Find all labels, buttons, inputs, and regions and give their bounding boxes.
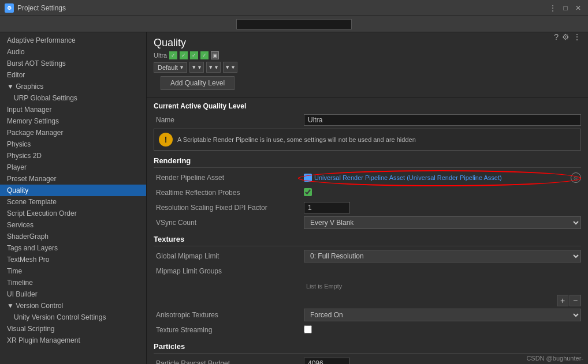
sidebar-item-timeline[interactable]: Timeline (0, 277, 146, 288)
sidebar-item-player[interactable]: Player (0, 162, 146, 173)
sidebar-item-audio[interactable]: Audio (0, 46, 146, 58)
ultra-label: Ultra (154, 52, 167, 59)
vsync-row: VSync Count Every V Blank Don't Sync Eve… (154, 216, 581, 229)
quality-levels-row: Ultra ✓ ✓ ✓ ✓ ▣ (154, 51, 581, 59)
anisotropic-value: Forced On Per Texture Disabled (304, 309, 581, 321)
restore-button[interactable]: □ (560, 3, 571, 13)
render-pipeline-row: Render Pipeline Asset Universal Render P… (154, 171, 581, 184)
list-empty-text: List is Empty (304, 282, 344, 291)
sidebar-item-visual-scripting[interactable]: Visual Scripting (0, 323, 146, 335)
render-pipeline-label: Render Pipeline Asset (154, 174, 304, 182)
content-panel: Quality Ultra ✓ ✓ ✓ ✓ ▣ Default ▾ ▾ ▾ Ad… (147, 32, 588, 364)
sidebar-item-scene-template[interactable]: Scene Template (0, 196, 146, 208)
default-row: Default ▾ ▾ ▾ (154, 62, 581, 73)
title-bar: ⚙ Project Settings ⋮ □ ✕ (0, 0, 588, 16)
search-input[interactable] (236, 19, 352, 29)
default-arrow-2[interactable]: ▾ (206, 62, 221, 73)
sidebar-item-tags-layers[interactable]: Tags and Layers (0, 242, 146, 254)
sidebar-item-burst-aot[interactable]: Burst AOT Settings (0, 58, 146, 69)
rendering-section-header: Rendering (154, 156, 581, 168)
app-icon: ⚙ (5, 3, 14, 13)
name-input[interactable] (304, 114, 581, 126)
global-mipmap-select[interactable]: 0: Full Resolution 1: Half Resolution (304, 250, 581, 262)
menu-button[interactable]: ⋮ (548, 3, 558, 13)
realtime-reflection-checkbox[interactable] (304, 188, 312, 196)
sidebar-item-preset-manager[interactable]: Preset Manager (0, 173, 146, 185)
more-options-button[interactable]: ⋮ (573, 32, 581, 42)
warning-icon: ! (159, 133, 173, 147)
global-mipmap-row: Global Mipmap Limit 0: Full Resolution 1… (154, 250, 581, 262)
particles-section-header: Particles (154, 342, 581, 354)
sidebar-item-time[interactable]: Time (0, 265, 146, 277)
anisotropic-select[interactable]: Forced On Per Texture Disabled (304, 309, 581, 321)
rp-target-icon[interactable]: ◎ (571, 172, 581, 183)
sidebar-item-memory-settings[interactable]: Memory Settings (0, 115, 146, 127)
particle-raycast-input[interactable] (304, 358, 350, 364)
sidebar-item-script-execution[interactable]: Script Execution Order (0, 208, 146, 219)
realtime-reflection-label: Realtime Reflection Probes (154, 189, 304, 197)
texture-streaming-row: Texture Streaming (154, 324, 581, 336)
list-empty-value: List is Empty (304, 282, 581, 290)
sidebar-item-unity-vcs[interactable]: Unity Version Control Settings (0, 312, 146, 323)
vsync-select[interactable]: Every V Blank Don't Sync Every Second V … (304, 216, 581, 229)
sidebar-item-graphics-section[interactable]: ▼ Graphics (0, 81, 146, 92)
vsync-label: VSync Count (154, 219, 304, 227)
anisotropic-label: Anisotropic Textures (154, 311, 304, 319)
rp-icon (304, 174, 312, 182)
texture-streaming-checkbox[interactable] (304, 325, 312, 333)
content-body: Current Active Quality Level Name ! A Sc… (147, 97, 588, 364)
quality-check-3: ✓ (190, 51, 198, 59)
add-item-button[interactable]: + (557, 295, 568, 306)
sidebar-item-editor[interactable]: Editor (0, 69, 146, 81)
particle-raycast-label: Particle Raycast Budget (154, 359, 304, 364)
sidebar: Adaptive PerformanceAudioBurst AOT Setti… (0, 32, 147, 364)
global-mipmap-label: Global Mipmap Limit (154, 252, 304, 260)
sidebar-item-xr-plugin[interactable]: XR Plugin Management (0, 335, 146, 346)
realtime-reflection-value (304, 188, 581, 198)
sidebar-item-physics[interactable]: Physics (0, 138, 146, 150)
sidebar-item-ui-builder[interactable]: UI Builder (0, 288, 146, 300)
search-bar (0, 16, 588, 32)
resolution-scaling-row: Resolution Scaling Fixed DPI Factor (154, 201, 581, 214)
remove-item-button[interactable]: − (570, 295, 581, 306)
content-header: Quality Ultra ✓ ✓ ✓ ✓ ▣ Default ▾ ▾ ▾ Ad… (147, 32, 588, 97)
vsync-value: Every V Blank Don't Sync Every Second V … (304, 216, 581, 229)
name-value (304, 114, 581, 126)
sidebar-item-quality[interactable]: Quality (0, 185, 146, 196)
mipmap-limit-groups-label: Mipmap Limit Groups (154, 267, 304, 275)
warning-box: ! A Scriptable Render Pipeline is in use… (154, 129, 581, 151)
sidebar-item-adaptive-performance[interactable]: Adaptive Performance (0, 35, 146, 46)
sidebar-item-textmesh-pro[interactable]: TextMesh Pro (0, 254, 146, 265)
render-pipeline-container: Render Pipeline Asset Universal Render P… (154, 171, 581, 184)
add-quality-level-button[interactable]: Add Quality Level (161, 76, 235, 90)
default-dropdown[interactable]: Default (154, 62, 187, 73)
rp-text[interactable]: Universal Render Pipeline Asset (Univers… (314, 174, 502, 181)
default-arrow-3[interactable]: ▾ (223, 62, 237, 73)
help-button[interactable]: ? (554, 32, 559, 42)
render-pipeline-value: Universal Render Pipeline Asset (Univers… (304, 172, 581, 183)
sidebar-item-shader-graph[interactable]: ShaderGraph (0, 231, 146, 242)
sidebar-item-package-manager[interactable]: Package Manager (0, 127, 146, 138)
name-field-row: Name (154, 114, 581, 126)
close-button[interactable]: ✕ (573, 3, 583, 13)
quality-check-4: ✓ (200, 51, 209, 59)
watermark: CSDN @bughunter- (526, 355, 583, 362)
list-empty-row: List is Empty (154, 280, 581, 292)
settings-icon-button[interactable]: ⚙ (562, 32, 570, 42)
page-title: Quality (154, 37, 581, 49)
window-controls: ⋮ □ ✕ (548, 3, 583, 13)
sidebar-item-input-manager[interactable]: Input Manager (0, 104, 146, 115)
sidebar-item-services[interactable]: Services (0, 219, 146, 231)
quality-check-2: ✓ (180, 51, 188, 59)
quality-check-5: ▣ (211, 51, 219, 59)
name-label: Name (154, 116, 304, 124)
current-active-label: Current Active Quality Level (154, 102, 581, 110)
sidebar-item-version-control-section[interactable]: ▼ Version Control (0, 300, 146, 312)
resolution-scaling-input[interactable] (304, 202, 350, 213)
texture-streaming-value (304, 325, 581, 335)
default-arrow-1[interactable]: ▾ (189, 62, 204, 73)
sidebar-item-urp-global[interactable]: URP Global Settings (0, 92, 146, 104)
realtime-reflection-row: Realtime Reflection Probes (154, 186, 581, 199)
sidebar-item-physics-2d[interactable]: Physics 2D (0, 150, 146, 162)
resolution-scaling-label: Resolution Scaling Fixed DPI Factor (154, 204, 304, 212)
